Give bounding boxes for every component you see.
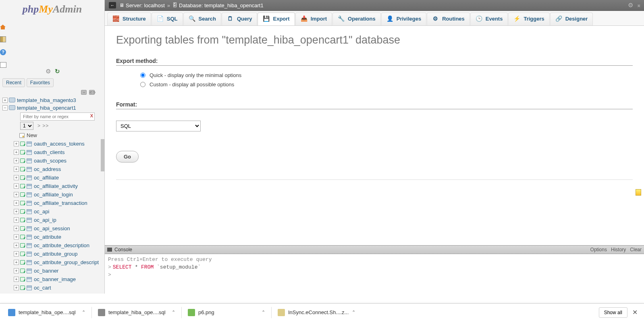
chevron-up-icon[interactable]: ⌃ [262, 310, 265, 315]
tab-structure[interactable]: 🧱Structure [107, 13, 151, 25]
db-link[interactable]: template_hiba_magento3 [17, 97, 76, 103]
expand-icon[interactable]: + [14, 268, 19, 273]
browse-icon[interactable] [20, 150, 26, 155]
browse-icon[interactable] [20, 269, 26, 273]
table-link[interactable]: oc_cart [34, 285, 51, 291]
radio-quick[interactable] [140, 73, 145, 78]
link-icon[interactable]: ⊂⊃ [89, 90, 95, 95]
expand-icon[interactable]: + [14, 234, 19, 240]
format-select[interactable]: SQL [116, 121, 201, 131]
download-item[interactable]: template_hiba_ope....sql⌃ [2, 304, 91, 321]
tab-events[interactable]: 🕒Events [470, 13, 508, 25]
browse-icon[interactable] [20, 252, 26, 256]
expand-icon[interactable]: + [14, 277, 19, 282]
tab-export[interactable]: 💾Export [258, 13, 295, 25]
table-item[interactable]: +oauth_access_tokens [2, 140, 104, 148]
clear-filter-icon[interactable]: X [90, 113, 93, 118]
tab-search[interactable]: 🔍Search [183, 13, 221, 25]
collapse-all-icon[interactable]: − [81, 90, 87, 95]
console-clear[interactable]: Clear [630, 247, 642, 252]
browse-icon[interactable] [20, 277, 26, 282]
table-item[interactable]: +oc_affiliate [2, 173, 104, 182]
new-table[interactable]: New [2, 131, 104, 140]
logo[interactable]: phpMyAdmin [0, 0, 104, 16]
table-item[interactable]: +oc_api [2, 207, 104, 216]
collapse-icon[interactable]: − [2, 105, 8, 110]
reload-icon[interactable] [55, 68, 60, 75]
browse-icon[interactable] [20, 226, 26, 231]
radio-quick-label[interactable]: Quick - display only the minimal options [150, 72, 241, 78]
expand-icon[interactable]: + [14, 226, 19, 231]
table-item[interactable]: +oc_affiliate_login [2, 190, 104, 199]
table-link[interactable]: oc_attribute [34, 234, 61, 240]
radio-custom[interactable] [140, 82, 145, 87]
browse-icon[interactable] [20, 209, 26, 214]
table-item[interactable]: +oc_affiliate_transaction [2, 199, 104, 207]
expand-icon[interactable]: + [14, 251, 19, 256]
browse-icon[interactable] [20, 243, 26, 248]
table-item[interactable]: +oc_category [2, 292, 104, 294]
pager-next[interactable]: > >> [37, 123, 49, 129]
tab-sql[interactable]: 📄SQL [152, 13, 183, 25]
collapse-top-icon[interactable]: ⌅ [636, 2, 642, 9]
browse-icon[interactable] [20, 286, 26, 290]
db-link[interactable]: template_hiba_opencart1 [17, 105, 76, 111]
table-link[interactable]: oc_category [34, 293, 62, 294]
console-history[interactable]: History [611, 247, 626, 252]
chevron-up-icon[interactable]: ⌃ [172, 310, 175, 315]
browse-icon[interactable] [20, 260, 26, 265]
expand-icon[interactable]: + [14, 209, 19, 214]
table-link[interactable]: oc_api [34, 208, 49, 215]
table-item[interactable]: +oc_api_ip [2, 216, 104, 224]
browse-icon[interactable] [20, 201, 26, 206]
table-item[interactable]: +oc_attribute_group_descript [2, 258, 104, 267]
table-link[interactable]: oc_affiliate [34, 175, 59, 181]
expand-icon[interactable]: + [14, 141, 19, 146]
nav-back-icon[interactable]: ← [109, 2, 116, 8]
console-toggle-icon[interactable] [107, 248, 112, 252]
browse-icon[interactable] [20, 158, 26, 163]
table-item[interactable]: +oc_affiliate_activity [2, 182, 104, 190]
browse-icon[interactable] [20, 218, 26, 223]
tab-routines[interactable]: ⚙Routines [427, 13, 470, 25]
favorites-tab[interactable]: Favorites [27, 78, 54, 87]
home-icon[interactable] [0, 25, 104, 29]
download-item[interactable]: InSync.eConnect.Sh....z...⌃ [272, 304, 361, 321]
table-link[interactable]: oc_attribute_group_descript [34, 259, 99, 265]
table-link[interactable]: oauth_scopes [34, 158, 66, 164]
bookmark-icon[interactable] [636, 189, 642, 196]
page-settings-icon[interactable]: ⚙ [628, 2, 633, 9]
table-filter-input[interactable] [20, 113, 95, 121]
table-link[interactable]: oc_attribute_group [34, 251, 77, 257]
expand-icon[interactable]: + [14, 217, 19, 223]
table-link[interactable]: oauth_clients [34, 149, 65, 155]
chevron-up-icon[interactable]: ⌃ [352, 310, 355, 315]
download-item[interactable]: p6.png⌃ [182, 304, 271, 321]
browse-icon[interactable] [20, 167, 26, 172]
page-select[interactable]: 1 [20, 122, 33, 130]
table-link[interactable]: oc_affiliate_activity [34, 183, 78, 189]
console-body[interactable]: Press Ctrl+Enter to execute query >SELEC… [105, 254, 644, 280]
table-link[interactable]: oc_api_ip [34, 217, 56, 223]
table-link[interactable]: oc_banner_image [34, 276, 76, 282]
chevron-up-icon[interactable]: ⌃ [82, 310, 85, 315]
tab-query[interactable]: 🗒Query [222, 13, 258, 25]
database-link[interactable]: template_hiba_opencart1 [204, 2, 264, 8]
download-item[interactable]: template_hiba_ope....sql⌃ [92, 304, 181, 321]
expand-icon[interactable]: + [2, 98, 8, 103]
table-link[interactable]: oc_affiliate_transaction [34, 200, 87, 206]
table-link[interactable]: oc_banner [34, 268, 58, 274]
table-link[interactable]: oauth_access_tokens [34, 141, 85, 147]
table-link[interactable]: oc_api_session [34, 225, 70, 231]
table-item[interactable]: +oc_banner [2, 267, 104, 275]
help-icon[interactable] [0, 49, 104, 55]
browse-icon[interactable] [20, 175, 26, 180]
db-item[interactable]: −template_hiba_opencart1 [2, 104, 104, 112]
table-item[interactable]: +oauth_clients [2, 148, 104, 156]
close-bar-icon[interactable]: ✕ [631, 307, 639, 318]
settings-icon[interactable] [46, 68, 51, 75]
radio-custom-label[interactable]: Custom - display all possible options [150, 81, 234, 88]
table-link[interactable]: oc_address [34, 166, 61, 172]
expand-icon[interactable]: + [14, 200, 19, 206]
browse-icon[interactable] [20, 142, 26, 146]
